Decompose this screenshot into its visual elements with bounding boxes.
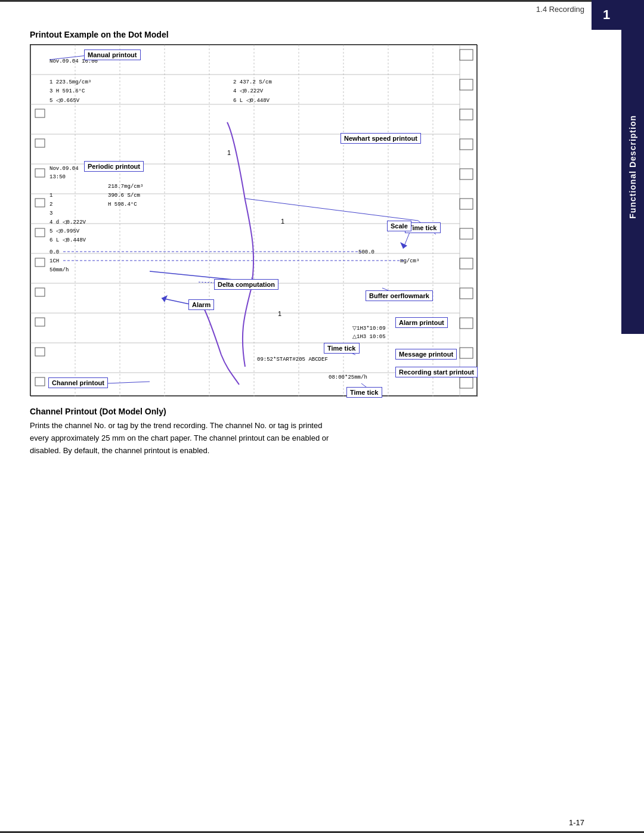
svg-text:08:00*25mm/h: 08:00*25mm/h [329,374,367,380]
svg-text:218.7mg/cm³: 218.7mg/cm³ [108,184,143,190]
svg-rect-37 [35,199,45,207]
svg-line-84 [245,199,418,221]
svg-rect-40 [35,288,45,296]
svg-rect-43 [35,377,45,386]
time-tick-3-label: Time tick [346,387,382,398]
svg-text:mg/cm³: mg/cm³ [400,258,419,264]
section-header: 1.4 Recording [536,5,584,14]
main-content: Printout Example on the Dot Model [30,30,584,803]
svg-marker-88 [400,242,407,249]
svg-rect-29 [460,258,473,269]
svg-text:1    223.5mg/cm³: 1 223.5mg/cm³ [49,79,91,85]
svg-rect-39 [35,258,45,267]
svg-rect-27 [460,199,473,209]
svg-rect-35 [35,139,45,147]
svg-text:▽1H3*10:09: ▽1H3*10:09 [352,326,386,332]
svg-rect-23 [460,79,473,90]
scale-label: Scale [387,221,411,231]
svg-rect-36 [35,169,45,177]
alarm-printout-label: Alarm printout [395,317,448,328]
svg-text:2: 2 [49,202,52,208]
svg-text:50mm/h: 50mm/h [49,267,69,273]
svg-text:6 L  ◁0.448V: 6 L ◁0.448V [233,98,270,104]
channel-printout-section: Channel Printout (Dot Model Only) Prints… [30,407,584,457]
top-border [0,0,644,2]
svg-rect-25 [460,139,473,150]
svg-rect-26 [460,169,473,179]
svg-rect-33 [460,377,473,388]
svg-text:1: 1 [49,193,52,199]
channel-printout-text2: every approximately 25 mm on the chart p… [30,432,584,445]
svg-rect-30 [460,288,473,299]
recording-start-label: Recording start printout [395,367,478,377]
svg-rect-22 [460,49,473,60]
svg-text:4   ◁0.222V: 4 ◁0.222V [233,88,264,94]
page-number: 1-17 [569,818,584,827]
svg-text:13:50: 13:50 [49,174,66,180]
svg-text:390.6 S/cm: 390.6 S/cm [108,193,140,199]
svg-text:H    598.4°C: H 598.4°C [108,202,137,208]
svg-text:2    437.2 S/cm: 2 437.2 S/cm [233,79,272,85]
svg-text:3 H  591.6°C: 3 H 591.6°C [49,88,85,94]
periodic-printout-label: Periodic printout [84,161,144,172]
svg-text:1: 1 [281,218,284,225]
channel-printout-text3: disabled. By default, the channel printo… [30,445,584,457]
channel-printout-label: Channel printout [48,377,108,388]
svg-text:6    L   ◁0.448V: 6 L ◁0.448V [49,237,86,243]
svg-text:△1H3 10:05: △1H3 10:05 [352,334,386,340]
time-tick-2-label: Time tick [324,343,360,354]
svg-text:4    d   ◁0.222V: 4 d ◁0.222V [49,219,86,225]
svg-rect-28 [460,228,473,239]
svg-text:1: 1 [227,149,231,156]
channel-printout-title: Channel Printout (Dot Model Only) [30,407,584,416]
alarm-label: Alarm [188,299,214,310]
manual-printout-label: Manual printout [84,49,141,60]
svg-text:3: 3 [49,210,52,216]
svg-rect-31 [460,318,473,329]
svg-text:5         ◁0.995V: 5 ◁0.995V [49,228,80,234]
svg-text:5   ◁0.665V: 5 ◁0.665V [49,98,80,104]
channel-printout-text1: Prints the channel No. or tag by the tre… [30,420,584,432]
newhart-speed-label: Newhart speed printout [340,133,421,144]
svg-text:1CH: 1CH [49,258,59,264]
svg-rect-41 [35,318,45,326]
svg-rect-34 [35,109,45,117]
chapter-box: 1 [592,0,621,30]
svg-rect-24 [460,109,473,120]
message-printout-label: Message printout [395,349,457,360]
delta-computation-label: Delta computation [214,279,278,290]
svg-rect-38 [35,228,45,237]
svg-text:500.0: 500.0 [358,249,374,255]
sidebar-tab: Functional Description [621,0,644,334]
diagram-title: Printout Example on the Dot Model [30,30,584,39]
svg-text:Nov.09.04: Nov.09.04 [49,166,79,172]
svg-text:0.0: 0.0 [49,249,59,255]
svg-text:09:52*START#205 ABCDEF: 09:52*START#205 ABCDEF [257,357,328,363]
svg-rect-42 [35,348,45,356]
diagram-container: Nov.09.04 16:00 1 223.5mg/cm³ 2 437.2 S/… [30,44,477,396]
svg-rect-32 [460,348,473,358]
buffer-overflow-label: Buffer oerflowmark [366,290,433,301]
svg-text:1: 1 [278,310,281,317]
